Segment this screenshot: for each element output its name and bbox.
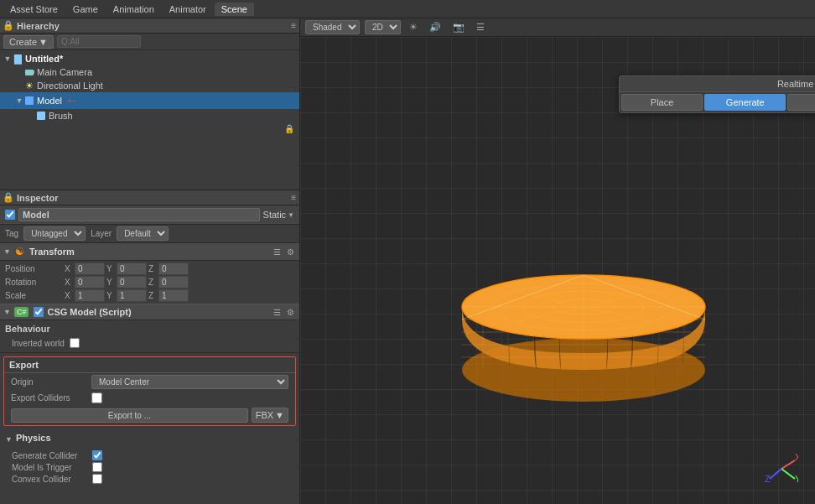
csg-section-header[interactable]: ▼ C# CSG Model (Script) ☰ ⚙: [0, 304, 299, 320]
physics-title: Physics: [16, 433, 51, 443]
convex-collider-label: Convex Collider: [12, 475, 87, 484]
tree-item-directional-light[interactable]: ☀ Directional Light: [0, 79, 299, 92]
rot-x-label: X: [65, 278, 73, 287]
twod-dropdown[interactable]: 2D: [365, 20, 401, 34]
origin-label: Origin: [11, 377, 86, 387]
model-label: Model: [37, 96, 62, 106]
object-name-field[interactable]: Model: [18, 208, 260, 221]
transform-settings-icon[interactable]: ⚙: [285, 247, 296, 257]
layer-dropdown[interactable]: Default: [117, 226, 169, 241]
svg-text:Z: Z: [765, 474, 771, 484]
scale-label: Scale: [5, 289, 64, 302]
csg-grid-icon[interactable]: ☰: [272, 308, 283, 317]
main-layout: 🔒 Hierarchy ≡ Create ▼ ▼ ▇ Untitled*: [0, 18, 815, 504]
object-active-checkbox[interactable]: [5, 210, 15, 220]
format-arrow-icon: ▼: [275, 410, 284, 420]
inspector-lock-icon: 🔒: [3, 193, 13, 203]
csg-tabs: Place Generate Edit Clip Surfaces: [620, 92, 815, 112]
tab-animation[interactable]: Animation: [106, 3, 161, 16]
brush-icon: [35, 110, 47, 122]
hierarchy-toolbar: Create ▼: [0, 34, 299, 50]
scale-x-input[interactable]: [75, 289, 105, 302]
svg-text:X: X: [795, 452, 798, 462]
tree-item-brush[interactable]: Brush: [0, 109, 299, 122]
behaviour-section: Behaviour Inverted world: [0, 320, 299, 353]
transform-icon: ☯: [14, 246, 26, 257]
csg-tab-edit[interactable]: Edit: [787, 94, 815, 111]
left-panel: 🔒 Hierarchy ≡ Create ▼ ▼ ▇ Untitled*: [0, 18, 300, 504]
scale-y-label: Y: [106, 291, 115, 300]
tag-dropdown[interactable]: Untagged: [23, 226, 86, 241]
transform-section-header[interactable]: ▼ ☯ Transform ☰ ⚙: [0, 243, 299, 261]
csg-window: Realtime CSG v 1.558B × Place Generate E…: [619, 75, 815, 113]
model-trigger-row: Model Is Trigger: [5, 461, 294, 473]
tab-game[interactable]: Game: [66, 3, 105, 16]
sun-icon[interactable]: ☀: [406, 21, 421, 34]
layers-icon[interactable]: ☰: [473, 21, 488, 34]
rot-y-label: Y: [106, 278, 115, 287]
format-dropdown[interactable]: FBX ▼: [252, 408, 288, 423]
model-trigger-checkbox[interactable]: [92, 462, 102, 472]
tree-item-main-camera[interactable]: Main Camera: [0, 65, 299, 79]
tree-arrow-camera: [15, 68, 23, 76]
scale-z-input[interactable]: [158, 289, 189, 302]
pos-x-input[interactable]: [75, 262, 105, 275]
create-button[interactable]: Create ▼: [3, 35, 54, 49]
transform-grid-icon[interactable]: ☰: [272, 247, 283, 257]
camera-icon: [23, 66, 35, 78]
static-toggle[interactable]: Static ▼: [263, 210, 294, 220]
scale-y-input[interactable]: [117, 289, 147, 302]
inspector-menu-icon[interactable]: ≡: [291, 193, 296, 202]
position-xyz: X Y Z: [65, 262, 294, 275]
rotation-xyz: X Y Z: [65, 276, 294, 288]
csg-tab-place[interactable]: Place: [621, 94, 703, 111]
hierarchy-panel: 🔒 Hierarchy ≡ Create ▼ ▼ ▇ Untitled*: [0, 18, 300, 190]
pos-y-input[interactable]: [117, 262, 147, 275]
export-to-row: Export to ... FBX ▼: [4, 405, 295, 425]
tree-item-untitled[interactable]: ▼ ▇ Untitled*: [0, 52, 299, 65]
tree-arrow-brush: [27, 112, 35, 120]
inspector-panel: 🔒 Inspector ≡ Model Static ▼ Tag: [0, 190, 300, 504]
tree-arrow-light: [15, 81, 23, 90]
csg-tab-generate[interactable]: Generate: [704, 94, 786, 111]
scene-view[interactable]: Realtime CSG v 1.558B × Place Generate E…: [300, 37, 815, 504]
rot-x-input[interactable]: [75, 276, 105, 288]
csg-script-icon: C#: [14, 307, 29, 317]
inverted-world-checkbox[interactable]: [70, 338, 80, 348]
pos-z-input[interactable]: [158, 262, 189, 275]
scale-x-label: X: [65, 291, 73, 300]
tree-item-model[interactable]: ▼ Model ←: [0, 92, 299, 109]
csg-settings-icon[interactable]: ⚙: [285, 308, 296, 317]
tab-scene[interactable]: Scene: [215, 3, 254, 16]
csg-active-checkbox[interactable]: [34, 307, 44, 317]
inspector-name-row: Model Static ▼: [0, 205, 299, 225]
hierarchy-lock-btn[interactable]: 🔒: [284, 124, 294, 133]
origin-dropdown[interactable]: Model Center: [91, 375, 288, 389]
tab-animator[interactable]: Animator: [163, 3, 213, 16]
export-colliders-checkbox[interactable]: [91, 392, 102, 403]
tab-asset-store[interactable]: Asset Store: [3, 3, 65, 16]
red-arrow-icon: ←: [65, 93, 79, 108]
convex-collider-checkbox[interactable]: [92, 474, 102, 484]
generate-collider-checkbox[interactable]: [92, 450, 102, 460]
rot-y-input[interactable]: [117, 276, 147, 288]
hierarchy-header: 🔒 Hierarchy ≡: [0, 18, 299, 34]
hierarchy-menu-icon[interactable]: ≡: [291, 21, 296, 30]
camera-icon[interactable]: 📷: [449, 21, 468, 34]
physics-header[interactable]: ▼ Physics: [5, 433, 294, 446]
shaded-dropdown[interactable]: Shaded: [305, 20, 360, 34]
svg-rect-2: [25, 96, 34, 105]
export-to-button[interactable]: Export to ...: [11, 408, 248, 423]
audio-icon[interactable]: 🔊: [426, 21, 444, 34]
static-label: Static: [263, 210, 287, 220]
pos-z-label: Z: [148, 264, 157, 273]
svg-text:Y: Y: [795, 474, 798, 484]
scale-xyz: X Y Z: [65, 289, 294, 302]
create-arrow-icon: ▼: [39, 37, 48, 47]
hierarchy-content: ▼ ▇ Untitled* Main Camera ☀: [0, 50, 299, 190]
svg-line-18: [770, 469, 781, 479]
csg-arrow-icon: ▼: [3, 308, 11, 316]
inspector-title: Inspector: [17, 193, 59, 203]
hierarchy-search-input[interactable]: [57, 35, 141, 48]
rot-z-input[interactable]: [158, 276, 189, 288]
